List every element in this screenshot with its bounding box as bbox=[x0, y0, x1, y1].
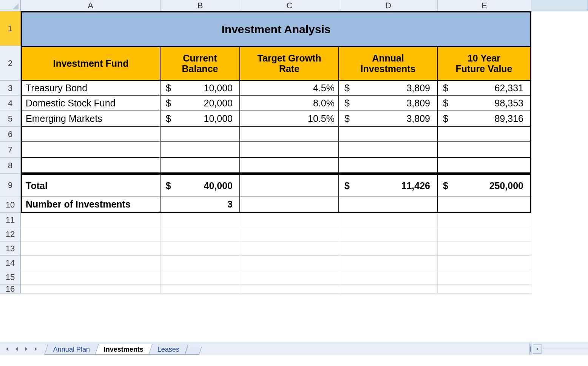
cell-fund[interactable]: Domestic Stock Fund bbox=[21, 96, 161, 111]
tab-nav-next[interactable] bbox=[22, 344, 31, 354]
empty-cell[interactable] bbox=[339, 127, 438, 142]
row-header-4[interactable]: 4 bbox=[0, 96, 21, 111]
empty-cell[interactable] bbox=[161, 241, 240, 256]
empty-cell[interactable] bbox=[21, 270, 161, 284]
empty-cell[interactable] bbox=[438, 197, 531, 213]
tab-nav-prev[interactable] bbox=[12, 344, 21, 354]
row-header-14[interactable]: 14 bbox=[0, 256, 21, 270]
row-header-9[interactable]: 9 bbox=[0, 174, 21, 197]
empty-cell[interactable] bbox=[161, 256, 240, 270]
cell-future[interactable]: $89,316 bbox=[438, 111, 531, 127]
total-label[interactable]: Total bbox=[21, 174, 161, 197]
empty-cell[interactable] bbox=[240, 142, 339, 158]
empty-cell[interactable] bbox=[161, 213, 240, 227]
empty-cell[interactable] bbox=[240, 197, 339, 213]
col-header-B[interactable]: B bbox=[161, 0, 240, 11]
row-header-13[interactable]: 13 bbox=[0, 241, 21, 256]
empty-cell[interactable] bbox=[161, 127, 240, 142]
title-cell[interactable]: Investment Analysis bbox=[21, 11, 531, 46]
empty-cell[interactable] bbox=[339, 284, 438, 294]
total-annual[interactable]: $11,426 bbox=[339, 174, 438, 197]
empty-cell[interactable] bbox=[240, 241, 339, 256]
row-header-5[interactable]: 5 bbox=[0, 111, 21, 127]
empty-cell[interactable] bbox=[161, 284, 240, 294]
empty-cell[interactable] bbox=[438, 270, 531, 284]
col-header-A[interactable]: A bbox=[21, 0, 161, 11]
empty-cell[interactable] bbox=[240, 270, 339, 284]
row-header-3[interactable]: 3 bbox=[0, 81, 21, 96]
empty-cell[interactable] bbox=[438, 284, 531, 294]
empty-cell[interactable] bbox=[21, 256, 161, 270]
sheet-tab-leases[interactable]: Leases bbox=[149, 344, 188, 355]
empty-cell[interactable] bbox=[339, 213, 438, 227]
empty-cell[interactable] bbox=[339, 227, 438, 241]
cell-annual[interactable]: $3,809 bbox=[339, 111, 438, 127]
header-fund[interactable]: Investment Fund bbox=[21, 46, 161, 81]
empty-cell[interactable] bbox=[21, 158, 161, 174]
empty-cell[interactable] bbox=[21, 227, 161, 241]
empty-cell[interactable] bbox=[438, 127, 531, 142]
row-header-2[interactable]: 2 bbox=[0, 46, 21, 81]
new-sheet-tab[interactable] bbox=[185, 347, 202, 355]
total-balance[interactable]: $40,000 bbox=[161, 174, 240, 197]
row-header-12[interactable]: 12 bbox=[0, 227, 21, 241]
cell-balance[interactable]: $10,000 bbox=[161, 111, 240, 127]
empty-cell[interactable] bbox=[240, 213, 339, 227]
empty-cell[interactable] bbox=[240, 227, 339, 241]
empty-cell[interactable] bbox=[21, 127, 161, 142]
empty-cell[interactable] bbox=[339, 142, 438, 158]
row-header-8[interactable]: 8 bbox=[0, 158, 21, 174]
row-header-16[interactable]: 16 bbox=[0, 284, 21, 294]
numinv-value[interactable]: 3 bbox=[161, 197, 240, 213]
empty-cell[interactable] bbox=[161, 142, 240, 158]
empty-cell[interactable] bbox=[339, 270, 438, 284]
tab-scroll-separator[interactable] bbox=[529, 343, 532, 355]
row-header-7[interactable]: 7 bbox=[0, 142, 21, 158]
numinv-label[interactable]: Number of Investments bbox=[21, 197, 161, 213]
col-header-D[interactable]: D bbox=[339, 0, 438, 11]
tab-nav-first[interactable] bbox=[2, 344, 11, 354]
empty-cell[interactable] bbox=[21, 284, 161, 294]
header-annual[interactable]: AnnualInvestments bbox=[339, 46, 438, 81]
sheet-tab-annual-plan[interactable]: Annual Plan bbox=[44, 344, 99, 355]
col-header-C[interactable]: C bbox=[240, 0, 339, 11]
cell-annual[interactable]: $3,809 bbox=[339, 81, 438, 96]
empty-cell[interactable] bbox=[339, 197, 438, 213]
empty-cell[interactable] bbox=[240, 256, 339, 270]
cell-annual[interactable]: $3,809 bbox=[339, 96, 438, 111]
row-header-11[interactable]: 11 bbox=[0, 213, 21, 227]
cell-fund[interactable]: Treasury Bond bbox=[21, 81, 161, 96]
row-header-10[interactable]: 10 bbox=[0, 197, 21, 213]
empty-cell[interactable] bbox=[161, 227, 240, 241]
cell-rate[interactable]: 10.5% bbox=[240, 111, 339, 127]
cell-fund[interactable]: Emerging Markets bbox=[21, 111, 161, 127]
cell-rate[interactable]: 4.5% bbox=[240, 81, 339, 96]
header-balance[interactable]: CurrentBalance bbox=[161, 46, 240, 81]
sheet-tab-investments[interactable]: Investments bbox=[95, 344, 153, 355]
empty-cell[interactable] bbox=[438, 256, 531, 270]
cell-balance[interactable]: $10,000 bbox=[161, 81, 240, 96]
header-future[interactable]: 10 YearFuture Value bbox=[438, 46, 531, 81]
empty-cell[interactable] bbox=[161, 270, 240, 284]
empty-cell[interactable] bbox=[21, 241, 161, 256]
empty-cell[interactable] bbox=[438, 241, 531, 256]
empty-cell[interactable] bbox=[339, 241, 438, 256]
select-all-corner[interactable] bbox=[0, 0, 21, 11]
hscroll-track[interactable] bbox=[543, 349, 588, 349]
empty-cell[interactable] bbox=[438, 227, 531, 241]
empty-cell[interactable] bbox=[438, 158, 531, 174]
row-header-1[interactable]: 1 bbox=[0, 11, 21, 46]
total-rate[interactable] bbox=[240, 174, 339, 197]
empty-cell[interactable] bbox=[339, 256, 438, 270]
col-header-E[interactable]: E bbox=[438, 0, 531, 11]
empty-cell[interactable] bbox=[339, 158, 438, 174]
empty-cell[interactable] bbox=[161, 158, 240, 174]
cells-grid[interactable]: Investment AnalysisInvestment FundCurren… bbox=[21, 11, 588, 343]
cell-future[interactable]: $98,353 bbox=[438, 96, 531, 111]
empty-cell[interactable] bbox=[240, 127, 339, 142]
empty-cell[interactable] bbox=[438, 213, 531, 227]
tab-nav-last[interactable] bbox=[32, 344, 41, 354]
hscroll-left[interactable] bbox=[533, 344, 542, 354]
cell-rate[interactable]: 8.0% bbox=[240, 96, 339, 111]
row-header-15[interactable]: 15 bbox=[0, 270, 21, 284]
